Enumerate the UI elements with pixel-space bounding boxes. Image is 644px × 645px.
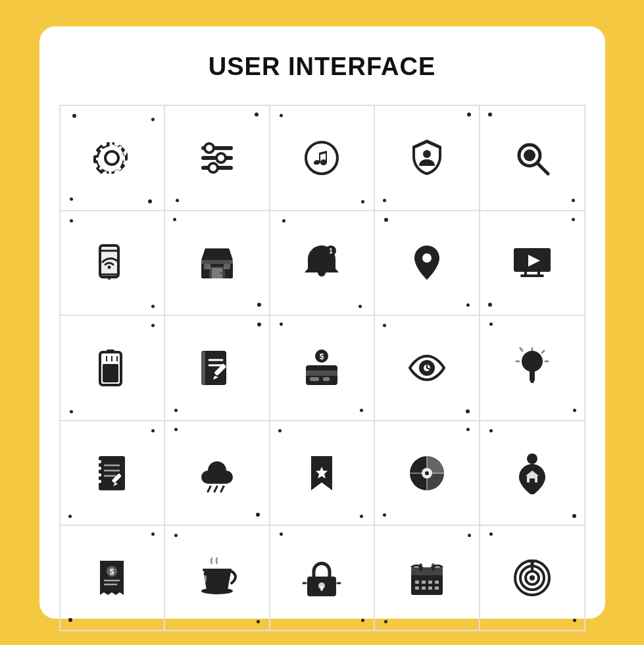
svg-line-87	[203, 571, 204, 575]
icon-cell-receipt[interactable]: $	[60, 525, 165, 631]
icon-cell-bookmark[interactable]	[270, 421, 375, 526]
store-icon	[196, 242, 238, 284]
shield-person-icon	[406, 137, 448, 179]
sliders-icon	[196, 137, 238, 179]
svg-rect-86	[201, 575, 207, 582]
icon-cell-bell[interactable]: 1	[270, 211, 375, 316]
icon-cell-settings[interactable]	[60, 105, 165, 211]
svg-text:1: 1	[330, 247, 334, 255]
svg-rect-101	[428, 586, 432, 590]
svg-rect-94	[411, 567, 443, 575]
svg-point-9	[524, 149, 535, 161]
eye-clock-icon	[406, 347, 448, 389]
svg-point-78	[425, 471, 429, 475]
svg-line-58	[520, 348, 522, 351]
svg-point-6	[306, 142, 337, 174]
svg-point-5	[209, 163, 218, 172]
icon-cell-mobile-wifi[interactable]	[60, 211, 165, 316]
bookmark-star-icon	[301, 452, 343, 494]
icon-cell-video[interactable]	[480, 211, 585, 316]
svg-rect-100	[422, 586, 426, 590]
svg-rect-62	[96, 467, 101, 470]
home-pin-icon	[511, 452, 553, 494]
battery-icon	[91, 347, 133, 389]
svg-rect-46	[310, 377, 319, 381]
svg-rect-28	[520, 274, 544, 277]
svg-rect-18	[201, 260, 233, 264]
svg-point-1	[205, 143, 214, 153]
svg-line-71	[214, 486, 217, 492]
icon-cell-notebook[interactable]	[60, 421, 165, 526]
icon-cell-target[interactable]	[480, 525, 585, 631]
gear-icon	[91, 137, 133, 179]
svg-rect-29	[524, 272, 527, 274]
idea-pin-icon	[511, 347, 553, 389]
icon-cell-lock[interactable]	[270, 525, 375, 631]
icon-cell-search[interactable]	[480, 105, 585, 211]
svg-rect-99	[415, 586, 419, 590]
lock-icon	[301, 557, 343, 599]
svg-rect-104	[432, 563, 435, 571]
icon-cell-eye[interactable]	[374, 315, 480, 421]
icon-cell-tea[interactable]	[164, 525, 270, 631]
tea-cup-icon	[196, 557, 238, 599]
svg-rect-45	[306, 371, 337, 376]
page-title: USER INTERFACE	[209, 53, 435, 81]
icon-cell-book-edit[interactable]	[164, 315, 270, 421]
main-card: USER INTERFACE	[39, 26, 605, 619]
svg-rect-63	[96, 473, 101, 477]
target-icon	[511, 557, 553, 599]
icon-grid: 1	[59, 105, 585, 631]
svg-rect-47	[323, 377, 330, 381]
svg-line-72	[221, 486, 224, 492]
svg-point-52	[522, 351, 543, 372]
icon-cell-location[interactable]	[374, 211, 480, 316]
receipt-dollar-icon: $	[91, 557, 133, 599]
svg-text:$: $	[320, 352, 324, 361]
svg-rect-102	[435, 586, 439, 590]
svg-text:$: $	[110, 567, 114, 577]
svg-rect-64	[96, 480, 101, 483]
icon-cell-home-pin[interactable]	[480, 421, 585, 526]
svg-point-85	[201, 588, 233, 594]
svg-rect-97	[428, 580, 432, 584]
svg-rect-30	[537, 272, 540, 274]
svg-rect-22	[204, 264, 211, 269]
video-player-icon	[511, 242, 553, 284]
book-edit-icon	[196, 347, 238, 389]
svg-rect-98	[435, 580, 439, 584]
svg-line-56	[542, 351, 544, 353]
icon-cell-calendar[interactable]	[374, 525, 480, 631]
icon-cell-cloud-rain[interactable]	[164, 421, 270, 526]
disc-pie-icon	[406, 452, 448, 494]
svg-point-15	[108, 277, 111, 280]
notebook-pen-icon	[91, 452, 133, 494]
icon-cell-shield[interactable]	[374, 105, 480, 211]
icon-cell-disc[interactable]	[374, 421, 480, 526]
svg-point-7	[423, 150, 431, 158]
icon-cell-idea-pin[interactable]	[480, 315, 585, 421]
icon-cell-store[interactable]	[164, 211, 270, 316]
icon-cell-music[interactable]	[270, 105, 375, 211]
calendar-icon	[406, 557, 448, 599]
search-icon	[511, 137, 553, 179]
credit-card-icon: $	[301, 347, 343, 389]
icon-cell-credit-card[interactable]: $	[270, 315, 375, 421]
svg-rect-23	[224, 264, 230, 269]
svg-rect-32	[107, 349, 114, 353]
svg-rect-61	[96, 460, 101, 463]
svg-point-21	[220, 272, 222, 274]
svg-rect-60	[99, 456, 125, 490]
svg-rect-103	[419, 563, 422, 571]
icon-cell-sliders[interactable]	[164, 105, 270, 211]
svg-point-54	[530, 379, 534, 383]
svg-rect-95	[415, 580, 419, 584]
svg-rect-33	[103, 364, 118, 382]
svg-point-16	[108, 266, 111, 269]
mobile-wifi-icon	[91, 242, 133, 284]
cloud-rain-icon	[196, 452, 238, 494]
bell-notification-icon: 1	[301, 242, 343, 284]
svg-point-108	[530, 575, 535, 580]
location-pin-icon	[406, 242, 448, 284]
icon-cell-battery[interactable]	[60, 315, 165, 421]
